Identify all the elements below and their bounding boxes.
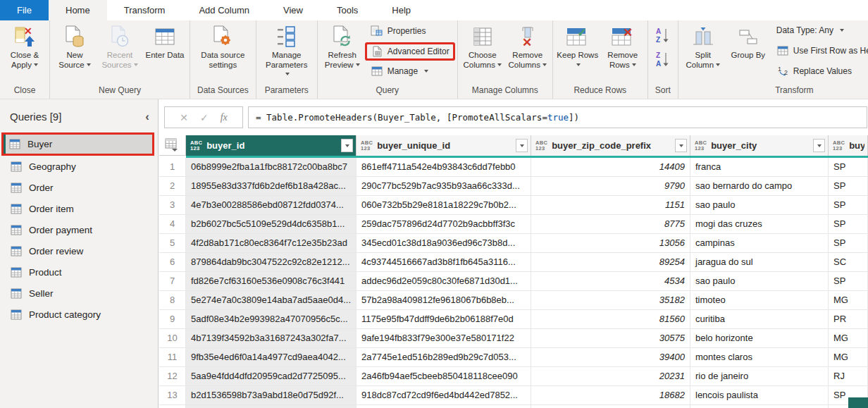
cell-buyer-zip-code-prefix[interactable]: 39400 [531, 348, 690, 367]
query-item-order-item[interactable]: Order item [0, 198, 158, 219]
cell-buyer-unique-id[interactable]: 259dac757896d24d7702b9acbbff3f3c [356, 215, 531, 234]
data-source-settings-button[interactable]: Data source settings [195, 22, 250, 70]
query-item-order[interactable]: Order [0, 177, 158, 198]
group-by-button[interactable]: Group By [726, 22, 770, 61]
sort-desc-button[interactable]: ZA [652, 50, 674, 71]
cell-buyer-city[interactable]: rio de janeiro [690, 367, 829, 386]
cell-buyer-id[interactable]: 9fb35e4ed6f0a14a4977cd9aea4042... [186, 348, 356, 367]
cell-buyer-unique-id[interactable]: 9afe194fb833f79e300e37e580171f22 [356, 329, 531, 348]
cell-buyer-zip-code-prefix[interactable]: 81560 [531, 310, 690, 329]
row-number[interactable] [159, 405, 186, 408]
filter-dropdown-button[interactable] [813, 139, 825, 152]
cell-buyer-unique-id[interactable]: 861eff4711a542e4b93843c6dd7febb0 [356, 158, 531, 177]
cell-buyer-id[interactable]: fd826e7cf63160e536e0908c76c3f441 [186, 272, 356, 291]
cell-buyer-id[interactable]: 879864dab9bc3047522c92c82e1212... [186, 253, 356, 272]
cell-buy[interactable]: MG [829, 291, 868, 310]
data-type-any-button[interactable]: Data Type: Any [773, 24, 868, 37]
cell-buyer-unique-id[interactable]: 1175e95fb47ddff9de6b2b06188f7e0d [356, 310, 531, 329]
select-all-button[interactable] [159, 135, 186, 156]
cell-buyer-zip-code-prefix[interactable]: 30575 [531, 329, 690, 348]
cell-buyer-city[interactable]: franca [690, 158, 829, 177]
cell-buy[interactable]: SP [829, 272, 868, 291]
sort-asc-button[interactable]: AZ [652, 26, 674, 47]
query-item-geography[interactable]: Geography [0, 156, 158, 177]
cell-buyer-id[interactable]: 5e274e7a0c3809e14aba7ad5aae0d4... [186, 291, 356, 310]
cell-buyer-zip-code-prefix[interactable]: 9790 [531, 177, 690, 196]
cell-buyer-unique-id[interactable]: 345ecd01c38d18a9036ed96c73b8d... [356, 234, 531, 253]
formula-cancel-icon[interactable]: ✕ [180, 112, 188, 123]
file-tab[interactable]: File [0, 0, 49, 20]
tab-transform[interactable]: Transform [107, 0, 182, 20]
tab-tools[interactable]: Tools [320, 0, 375, 20]
cell-buyer-zip-code-prefix[interactable]: 1151 [531, 196, 690, 215]
cell-buy[interactable]: SC [829, 253, 868, 272]
tab-home[interactable]: Home [49, 0, 107, 20]
cell-buy[interactable]: RJ [829, 367, 868, 386]
formula-fx-icon[interactable]: fx [221, 112, 228, 123]
row-number[interactable]: 3 [159, 196, 186, 215]
query-item-product-category[interactable]: Product category [0, 304, 158, 325]
cell-buyer-city[interactable]: belo horizonte [690, 329, 829, 348]
cell-buyer-zip-code-prefix[interactable]: 35182 [531, 291, 690, 310]
replace-values-button[interactable]: 12Replace Values [773, 64, 868, 78]
column-header-buyer-id[interactable]: ABC123buyer_id [186, 135, 356, 156]
cell-buyer-id[interactable] [186, 405, 356, 408]
column-header-buy[interactable]: ABC123buy [829, 135, 868, 156]
choose-columns-button[interactable]: Choose Columns [461, 22, 504, 70]
cell-buyer-id[interactable]: 4f2d8ab171c80ec8364f7c12e35b23ad [186, 234, 356, 253]
query-item-seller[interactable]: Seller [0, 283, 158, 304]
collapse-panel-icon[interactable]: ‹ [145, 113, 149, 121]
cell-buyer-unique-id[interactable]: 2a7745e1ed516b289ed9b29c7d053... [356, 348, 531, 367]
refresh-preview-button[interactable]: Refresh Preview [321, 22, 364, 70]
cell-buyer-unique-id[interactable]: 290c77bc529b7ac935b93aa66c333d... [356, 177, 531, 196]
cell-buyer-zip-code-prefix[interactable]: 89254 [531, 253, 690, 272]
filter-dropdown-button[interactable] [341, 139, 353, 152]
cell-buyer-zip-code-prefix[interactable] [531, 405, 690, 408]
cell-buyer-zip-code-prefix[interactable]: 4534 [531, 272, 690, 291]
keep-rows-button[interactable]: ✓Keep Rows [556, 22, 600, 70]
row-number[interactable]: 2 [159, 177, 186, 196]
formula-input[interactable]: = Table.PromoteHeaders(Buyer_Table, [Pro… [248, 106, 867, 128]
cell-buyer-zip-code-prefix[interactable]: 8775 [531, 215, 690, 234]
cell-buyer-id[interactable]: 18955e83d337fd6b2def6b18a428ac... [186, 177, 356, 196]
row-number[interactable]: 11 [159, 348, 186, 367]
cell-buyer-unique-id[interactable]: 2a46fb94aef5cbeeb850418118cee090 [356, 367, 531, 386]
query-item-product[interactable]: Product [0, 261, 158, 283]
cell-buyer-id[interactable]: 06b8999e2fba1a1fbc88172c00ba8bc7 [186, 158, 356, 177]
cell-buyer-zip-code-prefix[interactable]: 14409 [531, 158, 690, 177]
new-source-button[interactable]: New Source [53, 22, 97, 70]
cell-buyer-unique-id[interactable]: 918dc87cd72cd9f6ed4bd442ed7852... [356, 386, 531, 405]
cell-buyer-unique-id[interactable]: 57b2a98a409812fe9618067b6b8eb... [356, 291, 531, 310]
cell-buyer-city[interactable]: jaragua do sul [690, 253, 829, 272]
cell-buy[interactable]: SP [829, 177, 868, 196]
cell-buy[interactable]: MG [829, 329, 868, 348]
tab-view[interactable]: View [266, 0, 320, 20]
tab-add-column[interactable]: Add Column [182, 0, 266, 20]
column-header-buyer-city[interactable]: ABC123buyer_city [690, 135, 829, 156]
cell-buyer-city[interactable]: sao bernardo do campo [690, 177, 829, 196]
cell-buyer-id[interactable]: b2d1536598b73a9abd18e0d75d92f... [186, 386, 356, 405]
cell-buy[interactable]: SP [829, 196, 868, 215]
manage-parameters-button[interactable]: Manage Parameters [259, 22, 314, 80]
cell-buyer-unique-id[interactable] [356, 405, 531, 408]
cell-buy[interactable]: PR [829, 310, 868, 329]
cell-buy[interactable]: SP [829, 215, 868, 234]
row-number[interactable]: 13 [159, 386, 186, 405]
query-item-order-review[interactable]: Order review [0, 240, 158, 261]
close-apply-button[interactable]: ✕Close & Apply [3, 22, 46, 70]
cell-buyer-city[interactable]: montes claros [690, 348, 829, 367]
cell-buyer-city[interactable]: mogi das cruzes [690, 215, 829, 234]
cell-buyer-city[interactable]: sao paulo [690, 272, 829, 291]
cell-buy[interactable]: SP [829, 158, 868, 177]
formula-accept-icon[interactable]: ✓ [200, 112, 209, 123]
column-header-buyer-unique-id[interactable]: ABC123buyer_unique_id [356, 135, 531, 156]
cell-buyer-id[interactable]: 4b7139f34592b3a31687243a302fa7... [186, 329, 356, 348]
row-number[interactable]: 7 [159, 272, 186, 291]
use-first-row-as-headers-button[interactable]: Use First Row as Headers [773, 44, 868, 58]
filter-dropdown-button[interactable] [516, 139, 528, 152]
row-number[interactable]: 1 [159, 158, 186, 177]
row-number[interactable]: 10 [159, 329, 186, 348]
cell-buyer-zip-code-prefix[interactable]: 20231 [531, 367, 690, 386]
cell-buyer-id[interactable]: 4e7b3e00288586ebd08712fdd0374... [186, 196, 356, 215]
row-number[interactable]: 12 [159, 367, 186, 386]
